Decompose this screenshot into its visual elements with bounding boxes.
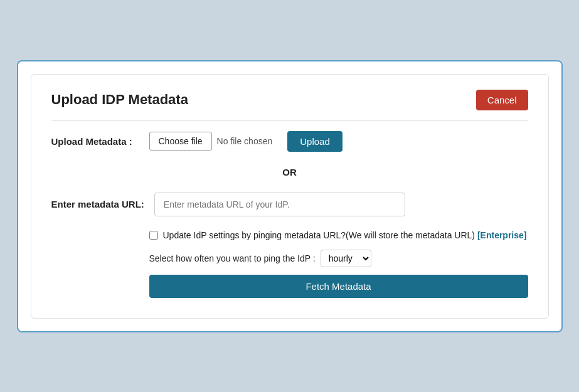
upload-metadata-row: Upload Metadata : Choose file No file ch… [51, 131, 528, 152]
ping-frequency-select[interactable]: hourly daily weekly [321, 250, 371, 267]
card: Upload IDP Metadata Cancel Upload Metada… [31, 74, 549, 319]
form-section: Upload Metadata : Choose file No file ch… [51, 131, 528, 298]
cancel-button[interactable]: Cancel [476, 90, 528, 110]
metadata-url-input[interactable] [154, 193, 405, 216]
fetch-metadata-button[interactable]: Fetch Metadata [149, 275, 528, 298]
checkbox-section: Update IdP settings by pinging metadata … [149, 229, 528, 298]
ping-row: Select how often you want to ping the Id… [149, 250, 528, 267]
metadata-url-row: Enter metadata URL: [51, 193, 528, 216]
or-divider: OR [51, 167, 528, 177]
ping-label: Select how often you want to ping the Id… [149, 253, 316, 263]
file-input-wrapper: Choose file No file chosen Upload [149, 131, 343, 152]
enterprise-link[interactable]: [Enterprise] [477, 230, 527, 240]
no-file-text: No file chosen [217, 136, 273, 146]
upload-button[interactable]: Upload [287, 131, 343, 152]
update-idp-checkbox[interactable] [149, 231, 158, 240]
page-title: Upload IDP Metadata [51, 92, 188, 108]
outer-container: Upload IDP Metadata Cancel Upload Metada… [17, 60, 563, 332]
metadata-url-label: Enter metadata URL: [51, 199, 144, 209]
checkbox-label: Update IdP settings by pinging metadata … [163, 229, 527, 242]
checkbox-row: Update IdP settings by pinging metadata … [149, 229, 528, 242]
upload-metadata-label: Upload Metadata : [51, 136, 139, 147]
choose-file-button[interactable]: Choose file [149, 132, 212, 151]
card-header: Upload IDP Metadata Cancel [51, 90, 528, 121]
